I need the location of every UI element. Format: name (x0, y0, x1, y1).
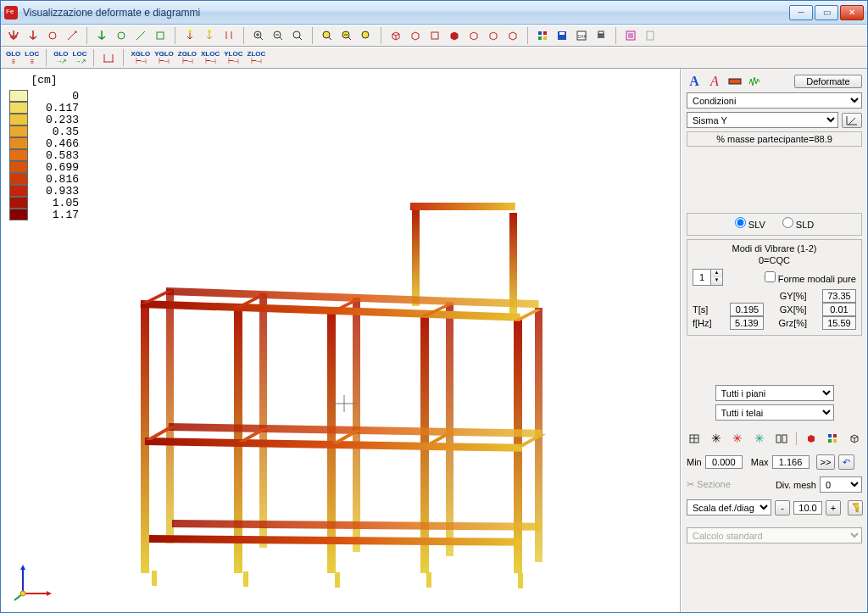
svg-rect-21 (598, 31, 604, 34)
svg-rect-69 (782, 435, 787, 443)
svg-rect-20 (598, 34, 604, 38)
zoom-yellow-3[interactable] (359, 28, 374, 43)
minimize-button[interactable]: ─ (789, 5, 813, 20)
apply-range-button[interactable]: >> (816, 454, 836, 470)
cube-red-icon[interactable] (804, 431, 819, 446)
anchor-icon-3[interactable] (45, 28, 60, 43)
anchor-green-3[interactable] (133, 28, 148, 43)
properties-icon[interactable] (623, 28, 638, 43)
cube-icon-7[interactable] (505, 28, 520, 43)
cube-icon-3[interactable] (427, 28, 442, 43)
loc-toggle-2[interactable]: LOC→↗ (73, 50, 87, 65)
cube-icon-red[interactable] (447, 28, 462, 43)
condizioni-select[interactable]: Condizioni (687, 92, 862, 109)
toolbar-axes: GLO፧፧፧ LOC፧፧፧ GLO→↗ LOC→↗ XGLO⊢⊣ YGLO⊢⊣ … (1, 47, 867, 69)
save-icon[interactable] (554, 28, 570, 43)
svg-rect-73 (833, 439, 837, 443)
maximize-button[interactable]: ▭ (815, 5, 838, 20)
svg-rect-42 (172, 520, 542, 531)
anchor-icon-2[interactable] (25, 28, 41, 43)
anchor-icon-1[interactable] (6, 28, 21, 43)
sld-radio[interactable]: SLD (782, 217, 814, 230)
legend-row: 1.17 (9, 209, 79, 220)
undo-range-button[interactable]: ↶ (838, 454, 854, 470)
close-button[interactable]: ✕ (840, 5, 864, 20)
svg-rect-24 (412, 204, 420, 306)
star-black-icon[interactable]: ✳ (709, 431, 724, 446)
telai-select[interactable]: Tutti i telai (715, 404, 834, 421)
zoom-in-icon[interactable] (251, 28, 266, 43)
scala-minus-button[interactable]: - (775, 500, 790, 515)
zoom-yellow-1[interactable] (320, 28, 335, 43)
xloc-toggle[interactable]: XLOC⊢⊣ (201, 50, 220, 65)
titlebar: Visualizzazione deformate e diagrammi ─ … (1, 1, 867, 25)
forme-checkbox[interactable]: Forme modali pure (765, 271, 856, 284)
svg-point-10 (362, 31, 369, 38)
cube-icon-1[interactable] (388, 28, 403, 43)
glo-toggle-1[interactable]: GLO፧፧፧ (6, 50, 20, 65)
svg-point-0 (49, 32, 56, 39)
yglo-toggle[interactable]: YGLO⊢⊣ (154, 50, 174, 65)
svg-rect-23 (647, 31, 654, 40)
export-dxf-icon[interactable]: DXF (574, 28, 589, 43)
min-input[interactable] (705, 455, 743, 469)
mode-icon-A-red[interactable]: A (707, 74, 722, 89)
mode-icon-beam[interactable] (727, 74, 743, 89)
calcolo-select: Calcolo standard (687, 527, 862, 543)
print-icon[interactable] (593, 28, 609, 43)
zloc-toggle[interactable]: ZLOC⊢⊣ (248, 50, 266, 65)
legend-row: 0.699 (9, 161, 79, 173)
yloc-toggle[interactable]: YLOC⊢⊣ (224, 50, 242, 65)
gy-label: GY[%] (780, 291, 807, 301)
star-red-icon[interactable]: ✳ (731, 431, 746, 446)
cube-icon-2[interactable] (408, 28, 423, 43)
mode-number-spinner[interactable]: ▲▼ (693, 269, 723, 286)
legend-row: 1.05 (9, 197, 79, 209)
zoom-yellow-2[interactable] (339, 28, 354, 43)
legend-row: 0.233 (9, 114, 79, 125)
scala-input[interactable] (793, 501, 822, 515)
viewport-3d[interactable]: [cm] 00.1170.2330.350.4660.5830.6990.816… (1, 69, 681, 612)
max-input[interactable] (772, 455, 810, 469)
loc-toggle-1[interactable]: LOC፧፧፧ (25, 50, 39, 65)
svg-rect-47 (518, 573, 523, 588)
cube-wire-icon[interactable] (847, 431, 862, 446)
cube-icon-5[interactable] (466, 28, 481, 43)
zglo-toggle[interactable]: ZGLO⊢⊣ (178, 50, 197, 65)
zoom-fit-icon[interactable] (290, 28, 305, 43)
piani-select[interactable]: Tutti i piani (715, 385, 834, 401)
anchor-icon-4[interactable] (64, 28, 80, 43)
mode-icon-A-blue[interactable]: A (687, 74, 702, 89)
filter-icon[interactable] (848, 500, 863, 515)
mode-icon-wave[interactable] (748, 74, 763, 89)
scala-select[interactable]: Scala def./diag. (687, 499, 771, 515)
gx-label: GX[%] (780, 304, 807, 315)
glo-toggle-2[interactable]: GLO→↗ (53, 50, 68, 65)
svg-rect-2 (157, 32, 164, 39)
star-teal-icon[interactable]: ✳ (752, 431, 767, 446)
anchor-green-1[interactable] (94, 28, 109, 43)
sisma-select[interactable]: Sisma Y (687, 112, 838, 128)
deformate-button[interactable]: Deformate (794, 75, 862, 88)
dimension-icon[interactable] (101, 50, 116, 65)
f-label: f[Hz] (693, 318, 715, 328)
grid-toggle-icon[interactable] (535, 28, 550, 43)
arrow-both-icon[interactable] (221, 28, 236, 43)
arrow-yellow-down[interactable] (202, 28, 217, 43)
anchor-green-4[interactable] (153, 28, 168, 43)
view-frame-icon[interactable] (687, 431, 702, 446)
cube-icon-6[interactable] (486, 28, 501, 43)
colors-grid-icon[interactable] (825, 431, 840, 446)
graph-mode-icon[interactable] (842, 113, 862, 128)
scala-plus-button[interactable]: + (826, 500, 841, 515)
divmesh-select[interactable]: 0 (820, 476, 862, 493)
xglo-toggle[interactable]: XGLO⊢⊣ (131, 50, 150, 65)
svg-text:DXF: DXF (578, 34, 587, 39)
arrow-red-down[interactable] (182, 28, 198, 43)
zoom-out-icon[interactable] (270, 28, 286, 43)
svg-point-65 (20, 591, 25, 596)
slv-radio[interactable]: SLV (735, 217, 765, 230)
sezione-label: ✂ Sezione (687, 479, 731, 490)
anchor-green-2[interactable] (114, 28, 129, 43)
two-frames-icon[interactable] (774, 431, 789, 446)
